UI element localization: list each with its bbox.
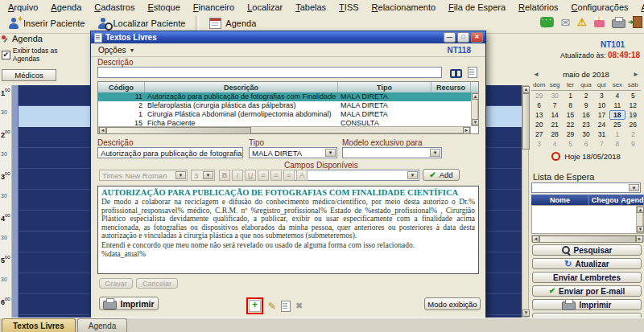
calendar-date[interactable]: 20	[531, 120, 547, 129]
show-all-agendas-option[interactable]: ✔ Exibir todas as Agendas	[2, 47, 84, 63]
waitlist-col-agend[interactable]: Agend	[621, 195, 644, 205]
edit-record-icon[interactable]: ✎	[268, 301, 276, 311]
calendar-date[interactable]: 7	[547, 100, 562, 110]
underline-button[interactable]: U	[245, 170, 256, 181]
calendar-date[interactable]: 25	[609, 120, 625, 129]
menu-item-fila-de-espera[interactable]: Fila de Espera	[442, 2, 512, 13]
calendar-date[interactable]: 14	[547, 110, 562, 120]
calendar-date[interactable]: 8	[609, 139, 625, 149]
pesquisar-button[interactable]: Pesquisar	[532, 244, 642, 256]
scroll-right-button[interactable]: ►	[463, 127, 470, 134]
show-all-agendas-checkbox[interactable]: ✔	[2, 51, 10, 59]
calendar-date[interactable]: 17	[594, 110, 609, 120]
texto-row[interactable]: 2Blefaroplastia (cirurgia plástica das p…	[98, 101, 471, 110]
enviar-lembretes-button[interactable]: Enviar Lembretes	[532, 272, 642, 283]
calendar-date[interactable]: 29	[531, 91, 547, 100]
italic-button[interactable]: I	[232, 170, 243, 181]
font-family-combo[interactable]: Times New Roman ▼	[99, 170, 188, 181]
scroll-thumb[interactable]	[539, 236, 636, 243]
scroll-down-button[interactable]: ▼	[637, 226, 644, 232]
main-vertical-scrollbar[interactable]: ▲ ▼	[522, 85, 529, 318]
enviar-email-button[interactable]: ✔ Enviar por E-mail	[532, 285, 642, 297]
scroll-thumb[interactable]	[106, 127, 251, 134]
cancelar-button[interactable]: Cancelar	[136, 278, 178, 289]
waitlist-filter-combo[interactable]: ▼	[531, 182, 641, 193]
calendar-prev-icon[interactable]: ◄	[531, 71, 541, 78]
calendar-date[interactable]: 31	[594, 129, 609, 139]
calendar-date[interactable]: 29	[563, 129, 578, 139]
menu-item-arquivo[interactable]: Arquivo	[2, 2, 44, 13]
calendar-date[interactable]: 23	[578, 120, 593, 129]
calendar-date[interactable]: 26	[625, 120, 641, 129]
exit-icon[interactable]	[633, 16, 642, 28]
texto-row[interactable]: 15Ficha PacienteCONSULTA	[98, 119, 471, 126]
calendar-date[interactable]: 8	[563, 100, 578, 110]
scroll-left-button[interactable]: ◄	[99, 127, 106, 134]
calendar-date[interactable]: 30	[578, 129, 593, 139]
calendar-date[interactable]: 1	[609, 129, 625, 139]
localizar-paciente-button[interactable]: Localizar Paciente	[93, 16, 190, 31]
calendar-date[interactable]: 5	[625, 91, 641, 100]
birthday-icon[interactable]	[594, 20, 605, 27]
inserir-paciente-button[interactable]: + Inserir Paciente	[3, 16, 89, 31]
col-codigo[interactable]: Código	[98, 82, 145, 92]
menu-item-agenda[interactable]: Agenda	[44, 2, 88, 13]
calendar-date[interactable]: 1	[563, 91, 578, 100]
calendar-date[interactable]: 5	[563, 139, 578, 149]
chevron-down-icon[interactable]: ▼	[325, 149, 336, 157]
menu-item-estoque[interactable]: Estoque	[141, 2, 186, 13]
descricao-search-input[interactable]	[97, 67, 442, 78]
tab-textos-livres[interactable]: Textos Livres	[2, 318, 76, 332]
font-size-combo[interactable]: 3 ▼	[191, 170, 215, 181]
align-center-button[interactable]: ≡	[270, 170, 282, 181]
document-preview[interactable]: AUTORIZAÇÃO PARA PUBLICAÇÃO DE FOTOGRAFI…	[97, 186, 479, 274]
scroll-up-button[interactable]: ▲	[472, 93, 479, 100]
menu-item-configura-es[interactable]: Configurações	[565, 2, 635, 13]
menu-item-ajuda[interactable]: Ajuda	[635, 2, 644, 13]
scroll-up-button[interactable]: ▲	[522, 86, 530, 93]
calendar-date[interactable]: 9	[578, 100, 593, 110]
close-button[interactable]: ✕	[471, 32, 483, 43]
opcoes-menu-button[interactable]: Opções ▼	[91, 43, 142, 56]
align-left-button[interactable]: ≡	[258, 170, 269, 181]
add-record-icon[interactable]: +	[249, 300, 261, 312]
medicos-header[interactable]: Médicos	[2, 69, 56, 81]
copy-record-icon[interactable]	[281, 301, 291, 312]
modelo-exclusivo-combo[interactable]: ▼	[342, 147, 442, 158]
col-descricao[interactable]: Descrição	[145, 82, 338, 92]
menu-item-financeiro[interactable]: Financeiro	[187, 2, 241, 13]
menu-item-relacionamento[interactable]: Relacionamento	[365, 2, 443, 13]
font-color-button[interactable]: A	[296, 170, 308, 181]
calendar-date[interactable]: 6	[531, 100, 547, 110]
col-recurso[interactable]: Recurso	[431, 82, 471, 92]
waitlist-body[interactable]: ▲ ▼	[531, 205, 644, 234]
calendar-date[interactable]: 4	[609, 91, 625, 100]
chat-icon[interactable]	[540, 17, 554, 27]
menu-item-localizar[interactable]: Localizar	[241, 2, 289, 13]
table-horizontal-scrollbar[interactable]: ◄ ►	[98, 126, 471, 133]
calendar-date[interactable]: 27	[531, 129, 547, 139]
menu-item-cadastros[interactable]: Cadastros	[88, 2, 141, 13]
new-document-icon[interactable]	[468, 67, 477, 78]
scroll-up-button[interactable]: ▲	[637, 207, 644, 213]
tipo-combo[interactable]: MALA DIRETA ▼	[249, 147, 337, 158]
mail-icon[interactable]: ✉	[561, 17, 571, 28]
calendar-date[interactable]: 28	[547, 129, 562, 139]
calendar-date[interactable]: 30	[547, 91, 562, 100]
calendar-date[interactable]: 24	[594, 120, 609, 129]
waitlist-horizontal-scrollbar[interactable]: ◄ ►	[531, 235, 644, 242]
dialog-titlebar[interactable]: Textos Livres — □ ✕	[91, 31, 485, 43]
delete-record-icon[interactable]: ✖	[295, 301, 303, 310]
waitlist-col-chegou[interactable]: Chegou	[589, 195, 621, 205]
calendar-date[interactable]: 2	[625, 129, 641, 139]
calendar-date[interactable]: 13	[531, 110, 547, 120]
printer-icon[interactable]	[612, 19, 625, 28]
calendar-date[interactable]: 21	[547, 120, 562, 129]
scroll-down-button[interactable]: ▼	[522, 309, 530, 317]
tab-agenda[interactable]: Agenda	[77, 318, 127, 332]
menu-item-tabelas[interactable]: Tabelas	[289, 2, 332, 13]
scroll-left-button[interactable]: ◄	[532, 236, 539, 243]
waitlist-col-nome[interactable]: Nome	[531, 195, 589, 205]
calendar-next-icon[interactable]: ►	[631, 71, 641, 78]
texto-row[interactable]: 1Cirurgia Plástica Abdominal (dermolipec…	[98, 110, 471, 119]
